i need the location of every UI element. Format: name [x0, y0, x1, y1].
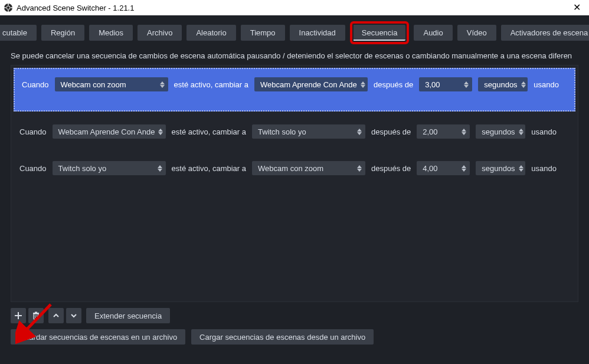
- delay-spinbox[interactable]: 4,00: [417, 161, 470, 175]
- svg-rect-36: [35, 312, 37, 313]
- unit-select[interactable]: segundos: [478, 77, 528, 91]
- dropdown-caret-icon: [158, 165, 162, 172]
- svg-rect-33: [15, 315, 22, 316]
- using-label: usando: [534, 80, 559, 89]
- svg-marker-28: [462, 165, 466, 168]
- svg-marker-15: [521, 85, 526, 88]
- move-down-button[interactable]: [66, 308, 81, 323]
- svg-rect-2: [8, 4, 8, 5]
- scene-from-select[interactable]: Webcam Aprende Con Ande: [53, 124, 166, 139]
- tab-región[interactable]: Región: [41, 25, 84, 41]
- tab-vídeo[interactable]: Vídeo: [457, 25, 496, 41]
- scene-from-select[interactable]: Webcam con zoom: [55, 77, 168, 91]
- extend-sequence-label: Extender secuencia: [94, 311, 162, 320]
- description-text: Se puede cancelar una secuencia de cambi…: [0, 44, 589, 65]
- delay-value: 3,00: [425, 80, 440, 89]
- svg-marker-9: [160, 85, 165, 88]
- save-sequences-button[interactable]: Guardar secuencias de escenas en un arch…: [11, 329, 185, 345]
- dropdown-caret-icon: [521, 81, 526, 88]
- svg-marker-18: [357, 129, 362, 132]
- dropdown-caret-icon: [357, 165, 362, 172]
- dropdown-caret-icon: [519, 129, 523, 135]
- svg-marker-8: [160, 81, 165, 84]
- scene-to-select[interactable]: Twitch solo yo: [252, 124, 365, 139]
- add-button[interactable]: [11, 308, 26, 323]
- tab-audio[interactable]: Audio: [414, 25, 452, 41]
- sequence-row[interactable]: CuandoWebcam con zoomesté activo, cambia…: [14, 68, 575, 112]
- tab-medios[interactable]: Medios: [89, 25, 133, 41]
- dropdown-caret-icon: [158, 129, 163, 135]
- scene-to-select[interactable]: Webcam con zoom: [252, 161, 365, 175]
- tab-inactividad[interactable]: Inactividad: [290, 25, 345, 41]
- svg-marker-10: [361, 81, 365, 84]
- tab-bar: cutableRegiónMediosArchivoAleatorioTiemp…: [0, 21, 589, 44]
- svg-rect-3: [8, 10, 8, 12]
- delay-value: 2,00: [423, 127, 437, 136]
- scene-from-select[interactable]: Twitch solo yo: [53, 161, 166, 175]
- delay-spinbox[interactable]: 2,00: [417, 124, 470, 139]
- extend-sequence-button[interactable]: Extender secuencia: [86, 308, 170, 323]
- svg-marker-31: [519, 169, 523, 172]
- load-sequences-label: Cargar secuencias de escenas desde un ar…: [199, 333, 365, 342]
- tab-tiempo[interactable]: Tiempo: [241, 25, 285, 41]
- when-label: Cuando: [19, 164, 47, 173]
- svg-marker-19: [357, 132, 362, 135]
- svg-marker-25: [158, 169, 162, 172]
- scene-to-value: Twitch solo yo: [258, 127, 306, 136]
- delete-button[interactable]: [28, 308, 44, 323]
- dropdown-caret-icon: [462, 165, 466, 172]
- svg-marker-14: [521, 81, 526, 84]
- tab-aleatorio[interactable]: Aleatorio: [186, 25, 235, 41]
- title-bar: Advanced Scene Switcher - 1.21.1 ✕: [0, 0, 589, 15]
- sequence-list: CuandoWebcam con zoomesté activo, cambia…: [11, 65, 578, 302]
- save-sequences-label: Guardar secuencias de escenas en un arch…: [19, 333, 177, 342]
- svg-marker-29: [462, 169, 466, 172]
- tab-archivo[interactable]: Archivo: [138, 25, 182, 41]
- dropdown-caret-icon: [462, 129, 466, 135]
- dropdown-caret-icon: [464, 81, 469, 88]
- load-sequences-button[interactable]: Cargar secuencias de escenas desde un ar…: [191, 329, 374, 345]
- scene-to-value: Webcam Aprende Con Ande: [260, 80, 357, 89]
- delay-value: 4,00: [423, 164, 437, 173]
- unit-select[interactable]: segundos: [476, 161, 525, 175]
- svg-marker-12: [464, 81, 469, 84]
- tab-cutable[interactable]: cutable: [0, 25, 37, 41]
- tab-secuencia[interactable]: Secuencia: [354, 25, 406, 41]
- dropdown-caret-icon: [357, 129, 362, 135]
- delay-spinbox[interactable]: 3,00: [419, 77, 472, 91]
- unit-value: segundos: [482, 127, 515, 136]
- scene-from-value: Webcam Aprende Con Ande: [58, 127, 155, 136]
- scene-to-value: Webcam con zoom: [258, 164, 323, 173]
- move-up-button[interactable]: [48, 308, 64, 323]
- dropdown-caret-icon: [361, 81, 365, 88]
- unit-value: segundos: [482, 164, 515, 173]
- svg-marker-20: [462, 129, 466, 132]
- unit-value: segundos: [484, 80, 517, 89]
- svg-marker-24: [158, 165, 162, 168]
- svg-marker-27: [357, 169, 362, 172]
- tab-activadores de escena[interactable]: Activadores de escena: [501, 25, 589, 41]
- window-title: Advanced Scene Switcher - 1.21.1: [17, 4, 134, 12]
- scene-to-select[interactable]: Webcam Aprende Con Ande: [254, 77, 368, 91]
- sequence-row[interactable]: CuandoTwitch solo yoesté activo, cambiar…: [11, 150, 578, 187]
- dropdown-caret-icon: [160, 81, 165, 88]
- svg-marker-13: [464, 85, 469, 88]
- after-label: después de: [371, 164, 411, 173]
- svg-marker-21: [462, 132, 466, 135]
- after-label: después de: [371, 127, 411, 136]
- svg-marker-16: [158, 129, 163, 132]
- dropdown-caret-icon: [519, 165, 523, 172]
- close-button[interactable]: ✕: [568, 3, 585, 12]
- when-label: Cuando: [19, 127, 47, 136]
- scene-from-value: Twitch solo yo: [58, 164, 107, 173]
- active-switch-label: esté activo, cambiar a: [172, 164, 246, 173]
- svg-marker-17: [158, 132, 163, 135]
- svg-marker-26: [357, 165, 362, 168]
- svg-rect-4: [4, 7, 6, 8]
- svg-marker-22: [519, 129, 523, 132]
- unit-select[interactable]: segundos: [476, 124, 525, 139]
- tab-highlight: Secuencia: [350, 21, 410, 44]
- svg-marker-30: [519, 165, 523, 168]
- sequence-row[interactable]: CuandoWebcam Aprende Con Andeesté activo…: [11, 114, 578, 150]
- active-switch-label: esté activo, cambiar a: [174, 80, 248, 89]
